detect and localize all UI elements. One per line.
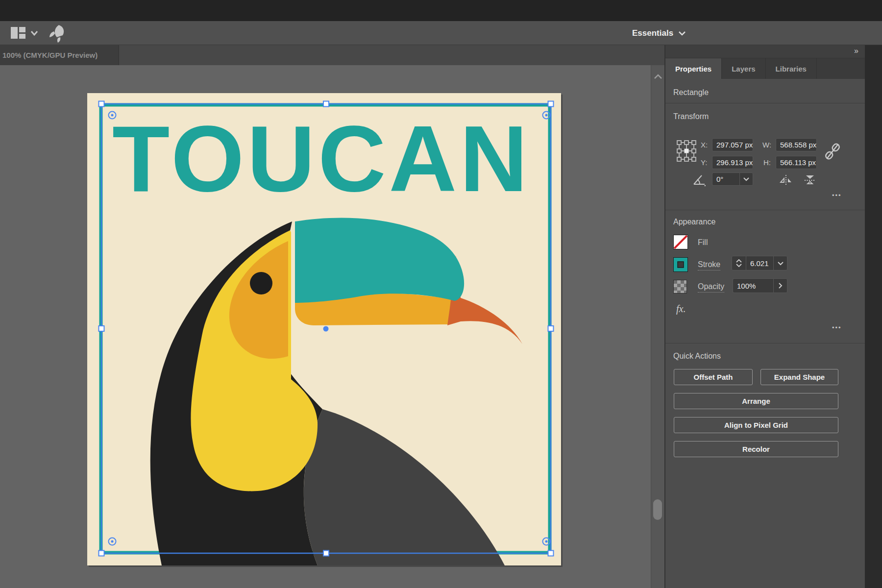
w-label: W: (762, 141, 771, 149)
scrollbar-thumb[interactable] (653, 499, 662, 520)
align-to-pixel-grid-button[interactable]: Align to Pixel Grid (674, 417, 838, 433)
stroke-color-icon (674, 258, 687, 271)
x-label: X: (701, 141, 708, 149)
appearance-more-options[interactable]: ••• (832, 324, 842, 331)
toucan-eye (250, 272, 272, 294)
chevron-right-icon (778, 282, 783, 289)
selection-handle-e[interactable] (548, 326, 554, 331)
selection-handle-ne[interactable] (548, 101, 554, 107)
selection-handle-se[interactable] (548, 551, 554, 556)
appearance-heading: Appearance (673, 218, 715, 226)
canvas-area[interactable]: TOUCAN (0, 65, 651, 588)
panel-dock-strip: » (665, 45, 865, 58)
tab-layers[interactable]: Layers (722, 58, 765, 79)
selection-handle-s[interactable] (323, 551, 329, 556)
chevron-down-icon (678, 31, 686, 36)
collapse-panels-button[interactable]: » (854, 47, 859, 55)
chevron-down-icon (31, 31, 37, 35)
selection-handle-n[interactable] (323, 101, 329, 107)
y-label: Y: (701, 158, 707, 167)
artboard-layout-icon (11, 27, 25, 39)
opacity-field[interactable]: 100% (733, 278, 773, 293)
h-field[interactable]: 566.113 px (776, 156, 817, 169)
panel-tab-bar: Properties Layers Libraries (665, 58, 865, 79)
offset-path-button[interactable]: Offset Path (674, 369, 753, 385)
workspace-label: Essentials (632, 28, 673, 38)
flip-vertical-icon[interactable] (804, 174, 816, 186)
chevron-down-icon (777, 261, 784, 266)
rotation-field[interactable]: 0° (712, 172, 739, 186)
reference-point-locator[interactable] (675, 139, 698, 163)
arrange-button[interactable]: Arrange (674, 393, 838, 409)
chevron-down-icon (743, 177, 750, 181)
scroll-up-icon[interactable] (654, 74, 662, 80)
flip-horizontal-icon[interactable] (780, 174, 792, 185)
w-field[interactable]: 568.558 px (776, 138, 817, 151)
transform-heading: Transform (673, 112, 709, 121)
transform-more-options[interactable]: ••• (832, 192, 842, 199)
x-field[interactable]: 297.057 px (712, 138, 753, 151)
fill-swatch-none[interactable] (673, 235, 688, 249)
h-label: H: (763, 158, 771, 167)
document-tab-label: 100% (CMYK/GPU Preview) (0, 51, 98, 59)
none-fill-icon (674, 235, 687, 249)
link-dimensions-icon[interactable] (825, 142, 840, 161)
stroke-swatch[interactable] (673, 257, 688, 272)
illustrator-window: Essentials 100% (CMYK/GPU Preview) (0, 0, 882, 588)
layout-button[interactable] (11, 25, 39, 41)
opacity-flyout[interactable] (773, 278, 787, 293)
stroke-weight-dropdown[interactable] (773, 256, 787, 270)
selection-center-point[interactable] (323, 326, 329, 332)
expand-shape-button[interactable]: Expand Shape (760, 369, 838, 385)
stroke-weight-field[interactable]: 6.021 (746, 256, 773, 270)
tab-properties[interactable]: Properties (665, 58, 722, 79)
collapsed-dock-strip (865, 45, 882, 588)
y-field[interactable]: 296.913 px (712, 156, 753, 169)
quick-actions-heading: Quick Actions (673, 352, 721, 361)
artboard-poster: TOUCAN (87, 93, 561, 565)
tab-libraries[interactable]: Libraries (766, 58, 817, 79)
fill-label: Fill (698, 238, 708, 247)
selection-handle-sw[interactable] (99, 551, 104, 556)
window-titlebar (0, 0, 882, 21)
opacity-label[interactable]: Opacity (698, 282, 724, 293)
stroke-label[interactable]: Stroke (698, 260, 720, 270)
workspace-switcher[interactable]: Essentials (632, 21, 686, 45)
effects-fx-button[interactable]: fx. (676, 303, 686, 315)
document-tab[interactable]: 100% (CMYK/GPU Preview) (0, 45, 119, 65)
opacity-swatch[interactable] (673, 280, 687, 294)
selection-handle-w[interactable] (99, 326, 104, 331)
stroke-stepper[interactable] (732, 256, 746, 270)
selected-object-type: Rectangle (673, 88, 709, 97)
rotation-dropdown[interactable] (739, 172, 753, 186)
poster-title-text: TOUCAN (112, 106, 531, 211)
gpu-performance-button[interactable] (47, 25, 67, 41)
document-tab-bar: 100% (CMYK/GPU Preview) (0, 45, 665, 65)
properties-panel: Rectangle Transform X: 297.057 px W: 568… (665, 79, 865, 588)
selection-handle-nw[interactable] (99, 101, 104, 107)
recolor-button[interactable]: Recolor (674, 441, 838, 457)
rocket-icon (47, 24, 67, 43)
canvas-vertical-scrollbar[interactable] (651, 65, 664, 588)
application-bar: Essentials (0, 21, 882, 45)
rotation-angle-icon (693, 173, 706, 186)
